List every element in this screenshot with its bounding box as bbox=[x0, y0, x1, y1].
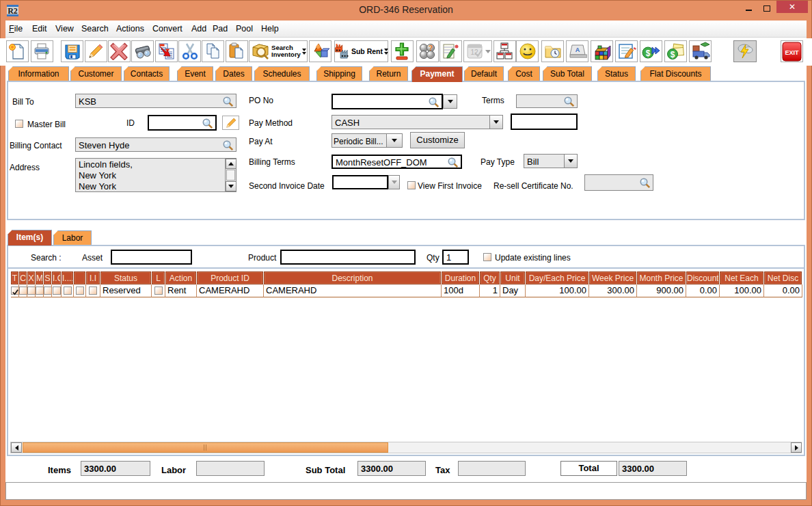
svg-text:EXIT: EXIT bbox=[785, 49, 799, 56]
svg-text:A: A bbox=[575, 46, 580, 53]
svg-text:$: $ bbox=[645, 49, 650, 58]
svg-text:$: $ bbox=[670, 50, 675, 59]
svg-text:?: ? bbox=[429, 44, 433, 52]
